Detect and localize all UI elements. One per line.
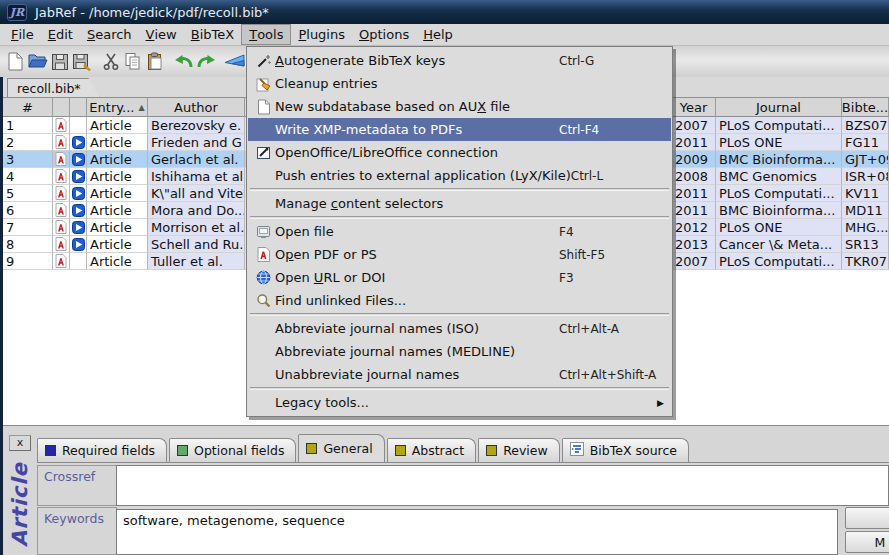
cell-year: 2013 xyxy=(672,236,716,253)
tab-required-fields[interactable]: Required fields xyxy=(37,438,167,462)
cell-journal: PLoS Computati... xyxy=(716,117,842,134)
menu-item-abbreviate-journal-names-medline[interactable]: Abbreviate journal names (MEDLINE) xyxy=(248,340,671,363)
column-header-label: Year xyxy=(680,100,708,115)
menu-item-open-file[interactable]: Open fileF4 xyxy=(248,220,671,243)
url-link-icon xyxy=(70,134,87,151)
menu-item-open-url-or-doi[interactable]: Open URL or DOIF3 xyxy=(248,266,671,289)
crossref-input[interactable] xyxy=(116,465,889,506)
toolbar-group xyxy=(173,50,216,74)
tab-bibtex-source[interactable]: BibTeX source xyxy=(562,438,689,462)
menu-item-shortcut: Ctrl-F4 xyxy=(559,123,663,137)
menubar-item-edit[interactable]: Edit xyxy=(41,24,80,45)
column-header-bibte[interactable]: Bibte... xyxy=(842,97,889,117)
cell-bibtexkey: MD11 xyxy=(842,202,889,219)
column-header-author[interactable]: Author xyxy=(148,97,245,117)
menu-item-find-unlinked-files[interactable]: Find unlinked Files... xyxy=(248,289,671,312)
menu-separator xyxy=(250,188,669,191)
menu-item-legacy-tools[interactable]: Legacy tools...▶ xyxy=(248,391,671,414)
tab-general[interactable]: General xyxy=(298,434,384,462)
file-tab-recoll[interactable]: recoll.bib* xyxy=(7,78,100,97)
menu-item-shortcut: Ctrl-G xyxy=(559,54,663,68)
tab-abstract[interactable]: Abstract xyxy=(387,438,476,462)
menubar-item-tools[interactable]: Tools xyxy=(241,24,291,45)
cell-journal: BMC Genomics xyxy=(716,168,842,185)
cell-entrytype: Article xyxy=(87,151,148,168)
entry-editor: x Article Required fieldsOptional fields… xyxy=(3,432,889,555)
menu-item-label: Autogenerate BibTeX keys xyxy=(275,53,559,68)
undo-icon[interactable] xyxy=(173,50,194,74)
url-link-icon xyxy=(70,151,87,168)
cell-bibtexkey: SR13 xyxy=(842,236,889,253)
save-as-icon[interactable] xyxy=(71,50,92,74)
open-database-icon[interactable] xyxy=(27,50,48,74)
broom-icon xyxy=(252,75,275,93)
menu-item-autogenerate-bibtex-keys[interactable]: Autogenerate BibTeX keysCtrl-G xyxy=(248,49,671,72)
save-icon[interactable] xyxy=(49,50,70,74)
menu-item-write-xmp-metadata-to-pdfs[interactable]: Write XMP-metadata to PDFsCtrl-F4 xyxy=(248,118,671,141)
url-link-icon xyxy=(70,168,87,185)
keywords-manage-button[interactable]: M xyxy=(845,531,889,553)
menubar-item-search[interactable]: Search xyxy=(80,24,139,45)
menu-item-label: Unabbreviate journal names xyxy=(275,367,559,382)
copy-icon[interactable] xyxy=(122,50,143,74)
column-header-#[interactable]: # xyxy=(3,97,53,117)
window-title: JabRef - /home/jedick/pdf/recoll.bib* xyxy=(35,5,269,20)
menu-item-unabbreviate-journal-names[interactable]: Unabbreviate journal namesCtrl+Alt+Shift… xyxy=(248,363,671,386)
no-icon xyxy=(70,117,87,134)
column-header-entry[interactable]: Entry...▲ xyxy=(87,97,148,117)
cell-author: Schell and Ru. xyxy=(148,236,245,253)
menu-item-manage-content-selectors[interactable]: Manage content selectors xyxy=(248,192,671,215)
cell-number: 7 xyxy=(3,219,53,236)
cell-bibtexkey: ISR+08 xyxy=(842,168,889,185)
cell-entrytype: Article xyxy=(87,185,148,202)
menu-item-openoffice-libreoffice-connection[interactable]: OpenOffice/LibreOffice connection xyxy=(248,141,671,164)
menu-item-open-pdf-or-ps[interactable]: Open PDF or PSShift-F5 xyxy=(248,243,671,266)
keywords-input[interactable]: software, metagenome, sequence xyxy=(116,509,838,555)
cell-year: 2012 xyxy=(672,219,716,236)
cut-icon[interactable] xyxy=(100,50,121,74)
magnifier-icon xyxy=(252,292,275,310)
cell-entrytype: Article xyxy=(87,134,148,151)
cell-number: 4 xyxy=(3,168,53,185)
menu-item-label: Open URL or DOI xyxy=(275,270,559,285)
keywords-aux-button[interactable] xyxy=(845,507,889,529)
menu-item-push-entries-to-external-application-lyx-kile[interactable]: Push entries to external application (Ly… xyxy=(248,164,671,187)
redo-icon[interactable] xyxy=(195,50,216,74)
entry-type-label: Article xyxy=(4,456,36,554)
new-file-icon[interactable] xyxy=(5,50,26,74)
column-header-icon[interactable] xyxy=(70,97,87,117)
pdf-file-icon xyxy=(53,185,70,202)
menu-separator xyxy=(250,216,669,219)
entry-editor-close-button[interactable]: x xyxy=(9,435,31,451)
tab-label: Review xyxy=(503,443,548,458)
menu-item-new-subdatabase-based-on-aux-file[interactable]: New subdatabase based on AUX file xyxy=(248,95,671,118)
crossref-field-label: Crossref xyxy=(37,465,117,506)
tab-review[interactable]: Review xyxy=(478,438,560,462)
tab-color-square-icon xyxy=(177,445,188,456)
paste-icon[interactable] xyxy=(144,50,165,74)
tab-optional-fields[interactable]: Optional fields xyxy=(169,438,296,462)
menubar-item-help[interactable]: Help xyxy=(416,24,460,45)
cell-bibtexkey: BZS07 xyxy=(842,117,889,134)
split-pane-divider[interactable] xyxy=(3,425,889,432)
menubar-item-view[interactable]: View xyxy=(139,24,184,45)
menu-item-cleanup-entries[interactable]: Cleanup entries xyxy=(248,72,671,95)
column-header-label: # xyxy=(22,100,33,115)
cell-bibtexkey: MHG... xyxy=(842,219,889,236)
menubar-item-options[interactable]: Options xyxy=(352,24,416,45)
menubar-item-plugins[interactable]: Plugins xyxy=(291,24,352,45)
mark-entries-icon[interactable] xyxy=(224,50,245,74)
tab-color-square-icon xyxy=(306,443,317,454)
column-header-journal[interactable]: Journal xyxy=(716,97,842,117)
menu-item-shortcut: Shift-F5 xyxy=(559,248,663,262)
cell-author: Mora and Do... xyxy=(148,202,245,219)
menu-item-abbreviate-journal-names-iso[interactable]: Abbreviate journal names (ISO)Ctrl+Alt-A xyxy=(248,317,671,340)
column-header-label: Author xyxy=(174,100,218,115)
column-header-year[interactable]: Year xyxy=(672,97,716,117)
cell-year: 2007 xyxy=(672,253,716,270)
column-header-icon[interactable] xyxy=(53,97,70,117)
menubar-item-file[interactable]: File xyxy=(4,24,41,45)
cell-year: 2008 xyxy=(672,168,716,185)
menubar-item-bibtex[interactable]: BibTeX xyxy=(184,24,241,45)
new-page-icon xyxy=(252,98,275,116)
